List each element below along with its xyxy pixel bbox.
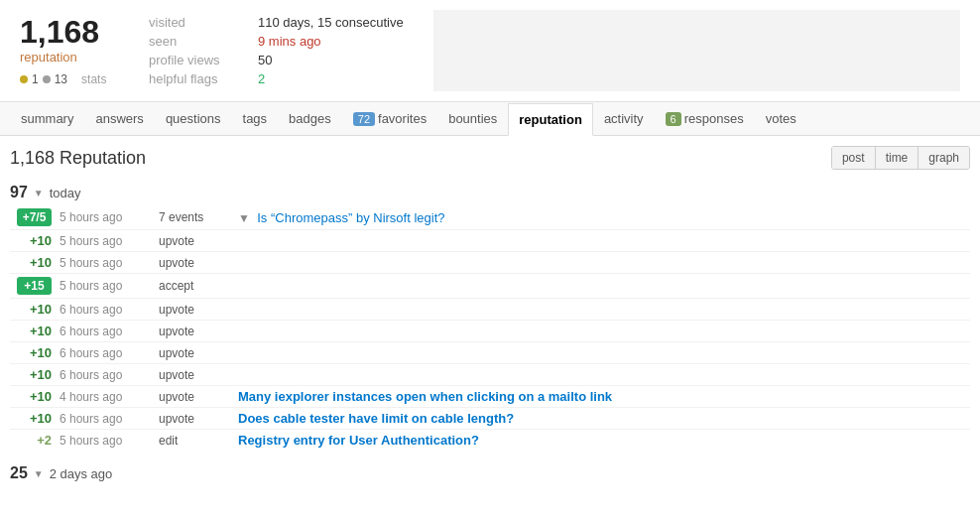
event-score-0-4: +10 xyxy=(10,302,60,317)
event-link-0-8[interactable]: Many iexplorer instances open when click… xyxy=(238,389,612,404)
rep-number: 1,168 xyxy=(20,15,119,50)
event-time-0-10: 5 hours ago xyxy=(60,434,159,448)
event-time-0-7: 6 hours ago xyxy=(60,368,159,382)
tab-tags[interactable]: tags xyxy=(232,102,279,135)
tab-answers[interactable]: answers xyxy=(84,102,154,135)
tab-badges[interactable]: badges xyxy=(278,102,342,135)
tab-responses[interactable]: 6responses xyxy=(655,102,755,135)
helpful-flags-row: helpful flags 2 xyxy=(149,71,404,86)
event-score-0-9: +10 xyxy=(10,411,60,426)
silver-dot xyxy=(43,75,51,83)
event-type-0-3: accept xyxy=(159,279,238,293)
rep-event-0-8: +104 hours agoupvoteMany iexplorer insta… xyxy=(10,386,970,408)
day-score-1: 25 xyxy=(10,464,28,482)
day-header-1: 25▼2 days ago xyxy=(10,460,970,486)
tab-label-questions: questions xyxy=(166,111,221,126)
event-score-0-10: +2 xyxy=(10,433,60,448)
page-title: 1,168 Reputation xyxy=(10,148,146,169)
event-type-0-10: edit xyxy=(159,434,238,448)
day-arrow-0[interactable]: ▼ xyxy=(34,188,44,198)
rep-event-0-5: +106 hours agoupvote xyxy=(10,321,970,342)
user-stats-block: visited 110 days, 15 consecutive seen 9 … xyxy=(129,10,424,91)
profile-image-area xyxy=(433,10,960,91)
rep-label: reputation xyxy=(20,50,119,65)
profile-views-row: profile views 50 xyxy=(149,53,404,67)
rep-event-0-4: +106 hours agoupvote xyxy=(10,299,970,321)
view-toggle-time[interactable]: time xyxy=(876,147,919,169)
event-type-0-0: 7 events xyxy=(159,210,238,224)
seen-row: seen 9 mins ago xyxy=(149,34,404,49)
rep-event-0-0: +7/55 hours ago7 events▼ Is “Chromepass”… xyxy=(10,205,970,230)
event-type-0-9: upvote xyxy=(159,412,238,426)
day-label-1: 2 days ago xyxy=(50,466,113,481)
view-toggle-post[interactable]: post xyxy=(832,147,876,169)
event-score-0-5: +10 xyxy=(10,324,60,338)
event-type-0-2: upvote xyxy=(159,256,238,270)
tab-label-reputation: reputation xyxy=(519,112,582,127)
event-time-0-5: 6 hours ago xyxy=(60,325,159,338)
badge-counts: 1 13 stats xyxy=(20,72,119,86)
event-time-0-1: 5 hours ago xyxy=(60,234,159,248)
event-score-0-7: +10 xyxy=(10,367,60,382)
event-score-0-6: +10 xyxy=(10,345,60,360)
tab-bounties[interactable]: bounties xyxy=(437,102,508,135)
tab-label-badges: badges xyxy=(289,111,331,126)
event-score-0-0: +7/5 xyxy=(10,208,60,226)
main-content: 1,168 Reputation posttimegraph 97▼today+… xyxy=(0,136,980,506)
tab-label-favorites: favorites xyxy=(378,111,427,126)
event-type-0-5: upvote xyxy=(159,325,238,338)
event-link-0-10[interactable]: Registry entry for User Authentication? xyxy=(238,433,479,448)
day-group-0: 97▼today+7/55 hours ago7 events▼ Is “Chr… xyxy=(10,180,970,451)
tab-label-activity: activity xyxy=(604,111,644,126)
rep-event-0-1: +105 hours agoupvote xyxy=(10,230,970,252)
event-type-0-6: upvote xyxy=(159,346,238,360)
visited-row: visited 110 days, 15 consecutive xyxy=(149,15,404,30)
event-type-0-8: upvote xyxy=(159,390,238,404)
day-group-1: 25▼2 days ago xyxy=(10,460,970,486)
event-time-0-6: 6 hours ago xyxy=(60,346,159,360)
rep-event-0-3: +155 hours agoaccept xyxy=(10,274,970,299)
tab-badge-responses: 6 xyxy=(666,112,681,126)
seen-label: seen xyxy=(149,34,258,49)
event-time-0-4: 6 hours ago xyxy=(60,303,159,317)
tab-questions[interactable]: questions xyxy=(155,102,232,135)
tab-summary[interactable]: summary xyxy=(10,102,84,135)
reputation-score-block: 1,168 reputation 1 13 stats xyxy=(10,10,129,91)
rep-event-0-9: +106 hours agoupvoteDoes cable tester ha… xyxy=(10,408,970,430)
tab-votes[interactable]: votes xyxy=(755,102,807,135)
event-link-0-0[interactable]: ▼ Is “Chromepass” by Nirsoft legit? xyxy=(238,210,445,225)
event-score-0-2: +10 xyxy=(10,255,60,270)
rep-event-0-6: +106 hours agoupvote xyxy=(10,342,970,364)
event-score-badge-0-3: +15 xyxy=(17,277,52,295)
day-arrow-1[interactable]: ▼ xyxy=(34,468,44,479)
rep-event-0-2: +105 hours agoupvote xyxy=(10,252,970,274)
helpful-flags-label: helpful flags xyxy=(149,71,258,86)
tab-label-tags: tags xyxy=(243,111,268,126)
stats-label: stats xyxy=(81,72,106,86)
event-type-0-1: upvote xyxy=(159,234,238,248)
event-score-0-1: +10 xyxy=(10,233,60,248)
day-label-0: today xyxy=(50,186,81,200)
rep-event-0-7: +106 hours agoupvote xyxy=(10,364,970,386)
view-toggle: posttimegraph xyxy=(831,146,970,170)
day-score-0: 97 xyxy=(10,184,28,201)
tab-favorites[interactable]: 72favorites xyxy=(342,102,437,135)
event-time-0-9: 6 hours ago xyxy=(60,412,159,426)
tab-activity[interactable]: activity xyxy=(593,102,655,135)
tabs-bar: summaryanswersquestionstagsbadges72favor… xyxy=(0,102,980,136)
tab-reputation[interactable]: reputation xyxy=(508,103,593,136)
events-0: +7/55 hours ago7 events▼ Is “Chromepass”… xyxy=(10,205,970,451)
visited-value: 110 days, 15 consecutive xyxy=(258,15,404,30)
tab-label-votes: votes xyxy=(766,111,796,126)
profile-views-label: profile views xyxy=(149,53,258,67)
seen-value: 9 mins ago xyxy=(258,34,321,49)
view-toggle-graph[interactable]: graph xyxy=(919,147,969,169)
tab-label-summary: summary xyxy=(21,111,73,126)
event-type-0-7: upvote xyxy=(159,368,238,382)
event-score-0-3: +15 xyxy=(10,277,60,295)
event-time-0-0: 5 hours ago xyxy=(60,210,159,224)
tab-label-bounties: bounties xyxy=(448,111,497,126)
event-link-0-9[interactable]: Does cable tester have limit on cable le… xyxy=(238,411,514,426)
event-score-0-8: +10 xyxy=(10,389,60,404)
event-time-0-8: 4 hours ago xyxy=(60,390,159,404)
